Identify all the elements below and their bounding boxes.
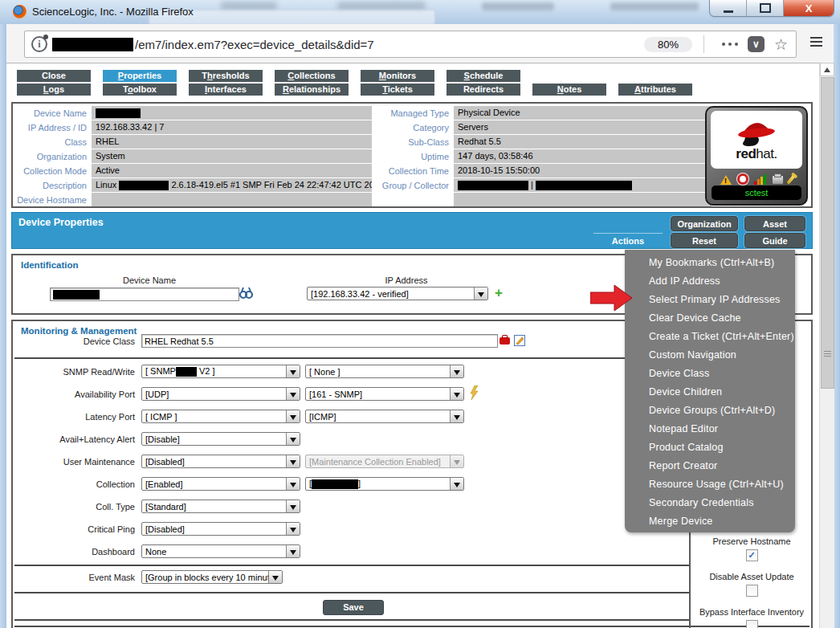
menu-hamburger-icon[interactable] bbox=[810, 37, 822, 49]
menu-item-create-a-ticket-ctrl-alt-enter[interactable]: Create a Ticket (Ctrl+Alt+Enter) bbox=[625, 328, 795, 346]
lightning-icon[interactable] bbox=[469, 385, 479, 400]
browser-scrollbar[interactable] bbox=[819, 63, 834, 628]
menu-item-my-bookmarks-ctrl-alt-b[interactable]: My Bookmarks (Ctrl+Alt+B) bbox=[625, 254, 795, 272]
tab-relationships[interactable]: Relationships bbox=[275, 84, 349, 96]
chevron-down-icon bbox=[286, 523, 300, 535]
menu-item-device-class[interactable]: Device Class bbox=[625, 365, 795, 383]
user-maintenance-secondary-select[interactable]: [Maintenance Collection Enabled] bbox=[305, 455, 464, 468]
tab-logs[interactable]: Logs bbox=[17, 84, 91, 96]
critical-ping-select[interactable]: [Disabled] bbox=[141, 522, 300, 536]
device-name-input[interactable] bbox=[50, 287, 239, 301]
menu-item-product-catalog[interactable]: Product Catalog bbox=[625, 438, 795, 457]
menu-item-device-children[interactable]: Device Children bbox=[625, 383, 795, 402]
minimize-button[interactable] bbox=[710, 0, 747, 16]
field-label: User Maintenance bbox=[14, 457, 135, 467]
menu-item-clear-device-cache[interactable]: Clear Device Cache bbox=[625, 309, 795, 328]
chevron-down-icon bbox=[450, 455, 463, 467]
guide-button[interactable]: Guide bbox=[744, 233, 805, 248]
tab-close[interactable]: Close bbox=[17, 70, 91, 82]
dashboard-select[interactable]: None bbox=[141, 544, 300, 558]
latency-port-secondary-select[interactable]: [ICMP] bbox=[305, 410, 464, 423]
info-label: Description bbox=[14, 181, 92, 190]
redhat-hat-icon bbox=[732, 120, 781, 149]
page-actions-icon[interactable] bbox=[722, 43, 738, 46]
tab-notes[interactable]: Notes bbox=[532, 84, 606, 96]
reset-button[interactable]: Reset bbox=[671, 233, 738, 248]
scrollbar-thumb[interactable] bbox=[821, 77, 834, 389]
collection-secondary-select[interactable]: [] bbox=[305, 477, 464, 491]
toolbox-icon[interactable] bbox=[500, 337, 510, 345]
snmp-read-write-select[interactable]: [ SNMP V2 ] bbox=[141, 365, 300, 378]
tab-tickets[interactable]: Tickets bbox=[361, 84, 434, 96]
maximize-button[interactable] bbox=[747, 0, 784, 16]
asset-button[interactable]: Asset bbox=[744, 216, 805, 231]
menu-item-device-groups-ctrl-alt-d[interactable]: Device Groups (Ctrl+Alt+D) bbox=[625, 402, 795, 420]
user-maintenance-select[interactable]: [Disabled] bbox=[141, 455, 300, 468]
menu-item-report-creator[interactable]: Report Creator bbox=[625, 457, 795, 475]
tab-interfaces[interactable]: Interfaces bbox=[189, 84, 263, 96]
tab-toolbox[interactable]: Toolbox bbox=[103, 84, 177, 96]
latency-port-select[interactable]: [ ICMP ] bbox=[141, 410, 300, 423]
background-window-artifact bbox=[610, 2, 699, 10]
menu-item-select-primary-ip-addresses[interactable]: Select Primary IP Addresses bbox=[625, 291, 795, 309]
tab-attributes[interactable]: Attributes bbox=[618, 84, 692, 96]
device-class-tile[interactable]: redhat. sctest bbox=[705, 106, 808, 206]
tab-redirects[interactable]: Redirects bbox=[447, 84, 520, 96]
tab-schedule[interactable]: Schedule bbox=[447, 70, 520, 82]
collection-select[interactable]: [Enabled] bbox=[141, 477, 300, 491]
redhat-wordmark: redhat. bbox=[736, 147, 777, 161]
info-label: Sub-Class bbox=[372, 137, 454, 147]
bookmark-star-icon[interactable]: ☆ bbox=[774, 37, 788, 52]
actions-button[interactable]: Actions bbox=[593, 233, 663, 249]
tab-monitors[interactable]: Monitors bbox=[361, 70, 434, 82]
coll-type-select[interactable]: [Standard] bbox=[141, 500, 300, 513]
avail-latency-alert-select[interactable]: [Disable] bbox=[141, 432, 300, 446]
save-button[interactable]: Save bbox=[323, 600, 384, 615]
device-class-input[interactable]: RHEL Redhat 5.5 bbox=[141, 334, 498, 348]
chevron-down-icon bbox=[286, 478, 300, 490]
checkbox-checked[interactable]: ✓ bbox=[746, 549, 758, 561]
menu-item-resource-usage-ctrl-alt-u[interactable]: Resource Usage (Ctrl+Alt+U) bbox=[625, 475, 795, 494]
binoculars-search-icon[interactable] bbox=[239, 286, 253, 300]
menu-item-notepad-editor[interactable]: Notepad Editor bbox=[625, 420, 795, 438]
availability-port-select[interactable]: [UDP] bbox=[141, 387, 300, 401]
lifesaver-icon[interactable] bbox=[737, 173, 748, 185]
checkbox-label: Disable Asset Update bbox=[691, 572, 813, 581]
chevron-down-icon bbox=[450, 388, 463, 400]
availability-port-secondary-select[interactable]: [161 - SNMP] bbox=[305, 387, 464, 401]
edit-icon[interactable] bbox=[514, 335, 525, 346]
event-mask-select[interactable]: [Group in blocks every 10 minutes] bbox=[141, 570, 283, 584]
checkbox[interactable] bbox=[746, 585, 758, 597]
printer-icon[interactable] bbox=[772, 175, 784, 185]
tab-collections[interactable]: Collections bbox=[275, 70, 349, 82]
wrench-icon[interactable] bbox=[786, 174, 795, 185]
url-text[interactable]: /em7/index.em7?exec=device_details&did=7 bbox=[135, 38, 644, 51]
scrollbar-up-arrow[interactable] bbox=[820, 63, 834, 76]
tab-thresholds[interactable]: Thresholds bbox=[189, 70, 263, 82]
field-label: Device Class bbox=[14, 336, 135, 346]
url-bar[interactable]: i /em7/index.em7?exec=device_details&did… bbox=[24, 31, 797, 58]
bar-chart-icon[interactable] bbox=[754, 174, 766, 185]
zoom-level-badge[interactable]: 80% bbox=[644, 37, 692, 52]
ip-address-select[interactable]: [192.168.33.42 - verified] bbox=[307, 287, 488, 300]
info-value: 147 days, 03:58:46 bbox=[454, 149, 712, 163]
menu-item-custom-navigation[interactable]: Custom Navigation bbox=[625, 346, 795, 365]
info-value bbox=[92, 193, 372, 206]
warning-icon[interactable] bbox=[720, 175, 732, 185]
section-divider bbox=[14, 565, 689, 566]
menu-item-secondary-credentials[interactable]: Secondary Credentials bbox=[625, 494, 795, 512]
device-info-row: Device Hostname bbox=[14, 193, 712, 206]
menu-item-add-ip-address[interactable]: Add IP Address bbox=[625, 272, 795, 291]
pocket-icon[interactable]: ∨ bbox=[748, 36, 765, 52]
close-window-button[interactable]: X bbox=[784, 0, 834, 16]
menu-item-merge-device[interactable]: Merge Device bbox=[625, 512, 795, 531]
dropdown-value: [] bbox=[306, 479, 450, 489]
tab-properties[interactable]: Properties bbox=[103, 70, 177, 82]
organization-button[interactable]: Organization bbox=[671, 216, 738, 231]
site-info-icon[interactable]: i bbox=[31, 36, 47, 52]
dropdown-value: [161 - SNMP] bbox=[306, 389, 450, 399]
info-label: Organization bbox=[14, 152, 92, 161]
checkbox[interactable] bbox=[746, 620, 758, 628]
add-ip-icon[interactable]: + bbox=[495, 287, 503, 299]
snmp-read-write-secondary-select[interactable]: [ None ] bbox=[305, 365, 464, 378]
